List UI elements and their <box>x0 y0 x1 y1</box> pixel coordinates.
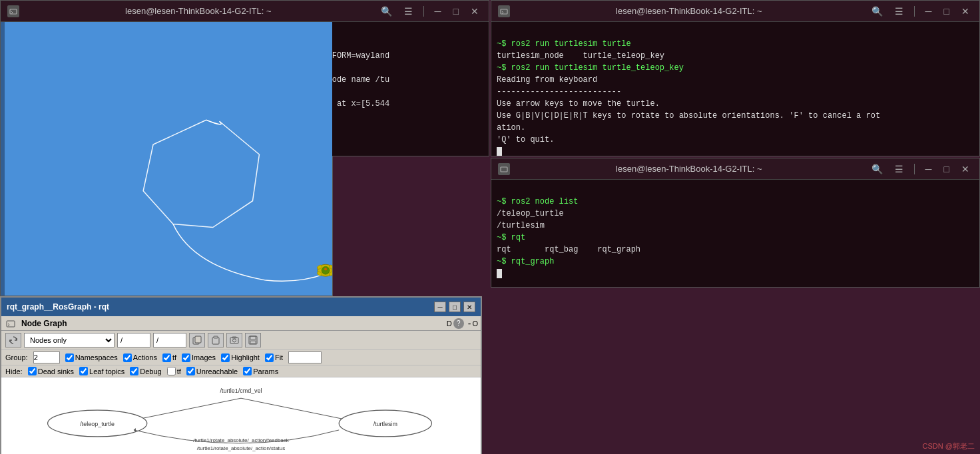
prompt-3c: ~$ rqt_graph <box>497 257 554 266</box>
search-icon-2[interactable]: 🔍 <box>868 5 886 18</box>
rqt-group-input[interactable] <box>33 351 60 363</box>
term2-line5: -------------------------- <box>497 87 621 97</box>
rqt-minus-label: - <box>468 318 471 329</box>
rqt-save-btn[interactable] <box>245 333 261 347</box>
bg-stripe-left <box>1 22 5 296</box>
rqtgraph-minimize-btn[interactable]: ─ <box>434 302 446 312</box>
rqt-highlight-check-label[interactable]: Highlight <box>221 353 260 362</box>
term3-line3: /turtlesim <box>497 221 545 230</box>
rqt-menubar: Node Graph D ? - O <box>1 316 481 331</box>
turtle-path-svg <box>1 22 332 296</box>
topic-action-status-label: /turtle1/rotate_absolute/_action/status <box>197 445 285 451</box>
prompt-3a: ~$ ros2 node list <box>497 197 578 206</box>
minimize-btn-3[interactable]: ─ <box>922 162 935 176</box>
minimize-btn-1[interactable]: ─ <box>431 5 445 18</box>
rqt-fit-checkbox[interactable] <box>265 353 274 362</box>
rqt-images-checkbox[interactable] <box>182 353 190 362</box>
rqt-dead-sinks-checkbox[interactable] <box>28 367 37 375</box>
rqt-highlight-checkbox[interactable] <box>221 353 230 362</box>
turtlesim-window: TurtleSim ─ ✕ <box>0 0 333 296</box>
search-icon-1[interactable]: 🔍 <box>377 5 395 18</box>
maximize-btn-1[interactable]: □ <box>450 5 462 18</box>
rqt-options-row-2: Hide: Dead sinks Leaf topics Debug tf Un… <box>1 365 481 377</box>
rqt-copy-btn[interactable] <box>189 333 205 347</box>
svg-point-19 <box>233 339 236 342</box>
close-btn-1[interactable]: ✕ <box>467 5 482 18</box>
rqt-refresh-btn[interactable] <box>5 333 21 347</box>
rqt-unreachable-label-wrap[interactable]: Unreachable <box>186 367 238 375</box>
rqt-toolbar: Nodes only Nodes/Topics (all) Nodes/Topi… <box>1 331 481 350</box>
rqt-tf-check-label[interactable]: tf <box>162 353 176 362</box>
terminal-icon-3 <box>498 163 510 175</box>
term2-line9: 'Q' to quit. <box>497 135 554 144</box>
rqt-tf-label: tf <box>172 353 176 361</box>
rqt-images-label: Images <box>192 353 216 361</box>
edge-cmd-vel-start <box>134 398 241 420</box>
rqt-dead-sinks-label-wrap[interactable]: Dead sinks <box>28 367 74 375</box>
rqt-namespaces-label: Namespaces <box>75 353 118 361</box>
rqtgraph-maximize-btn[interactable]: □ <box>449 302 461 312</box>
rqt-tf2-checkbox[interactable] <box>167 367 176 375</box>
rqt-leaf-topics-label-wrap[interactable]: Leaf topics <box>79 367 124 375</box>
rqt-tf-checkbox[interactable] <box>162 353 171 362</box>
rqt-fit-input[interactable] <box>288 351 322 363</box>
cursor-2 <box>497 147 502 156</box>
rqt-tf2-label-wrap[interactable]: tf <box>167 367 181 375</box>
term2-line8: ation. <box>497 123 525 132</box>
rqt-highlight-label: Highlight <box>231 353 260 361</box>
close-btn-2[interactable]: ✕ <box>958 5 973 18</box>
terminal-3-content: ~$ ros2 node list /teleop_turtle /turtle… <box>491 180 979 287</box>
maximize-btn-3[interactable]: □ <box>941 162 953 176</box>
rqt-leaf-topics-checkbox[interactable] <box>79 367 88 375</box>
titlebar-right-2: 🔍 ☰ ─ □ ✕ <box>868 5 973 18</box>
rqt-namespaces-check-label[interactable]: Namespaces <box>65 353 118 362</box>
search-icon-3[interactable]: 🔍 <box>868 162 886 176</box>
rqt-help-icon[interactable]: ? <box>453 318 464 329</box>
minimize-btn-2[interactable]: ─ <box>922 5 935 18</box>
terminal-icon-1 <box>7 5 19 17</box>
watermark: CSDN @郭老二 <box>923 441 975 451</box>
rqt-right-icons: D ? - O <box>447 318 478 329</box>
rqt-leaf-topics-label: Leaf topics <box>89 367 124 375</box>
terminal-icon-2 <box>498 5 510 17</box>
terminal-1-title: lesen@lesen-ThinkBook-14-G2-ITL: ~ <box>19 6 377 16</box>
menu-icon-3[interactable]: ☰ <box>891 162 907 176</box>
rqt-actions-label: Actions <box>133 353 157 361</box>
term3-line2: /teleop_turtle <box>497 209 564 218</box>
rqt-dead-sinks-label: Dead sinks <box>38 367 74 375</box>
rqtgraph-window[interactable]: rqt_graph__RosGraph - rqt ─ □ ✕ Node Gra… <box>0 296 482 454</box>
svg-rect-0 <box>10 9 17 14</box>
rqt-graph-canvas: /turtle1/cmd_vel /teleop_turtle /turtles… <box>1 377 481 454</box>
terminal-2[interactable]: lesen@lesen-ThinkBook-14-G2-ITL: ~ 🔍 ☰ ─… <box>491 0 980 156</box>
rqt-dropdown[interactable]: Nodes only Nodes/Topics (all) Nodes/Topi… <box>24 333 115 347</box>
rqt-menu-icon[interactable] <box>4 318 17 330</box>
node-turtlesim-label: /turtlesim <box>373 421 397 427</box>
svg-rect-16 <box>212 338 219 344</box>
rqt-debug-checkbox[interactable] <box>130 367 138 375</box>
rqt-filter-input-2[interactable] <box>153 333 186 347</box>
terminal-3-titlebar: lesen@lesen-ThinkBook-14-G2-ITL: ~ 🔍 ☰ ─… <box>491 158 979 180</box>
rqtgraph-close-btn[interactable]: ✕ <box>463 302 475 312</box>
menu-icon-1[interactable]: ☰ <box>401 5 416 18</box>
rqt-paste-btn[interactable] <box>208 333 224 347</box>
rqt-params-label-wrap[interactable]: Params <box>243 367 278 375</box>
rqt-params-checkbox[interactable] <box>243 367 252 375</box>
rqt-filter-input-1[interactable] <box>117 333 150 347</box>
sep-3 <box>914 164 915 174</box>
terminal-3[interactable]: lesen@lesen-ThinkBook-14-G2-ITL: ~ 🔍 ☰ ─… <box>491 158 980 288</box>
prompt-2b: ~$ ros2 run turtlesim turtle_teleop_key <box>497 63 684 73</box>
rqt-actions-check-label[interactable]: Actions <box>123 353 157 362</box>
close-btn-3[interactable]: ✕ <box>958 162 973 176</box>
maximize-btn-2[interactable]: □ <box>941 5 953 18</box>
rqt-fit-check-label[interactable]: Fit <box>265 353 283 362</box>
rqt-actions-checkbox[interactable] <box>123 353 132 362</box>
rqt-screenshot-btn[interactable] <box>226 333 242 347</box>
menu-icon-2[interactable]: ☰ <box>891 5 907 18</box>
rqt-unreachable-checkbox[interactable] <box>186 367 195 375</box>
rqt-images-check-label[interactable]: Images <box>182 353 216 362</box>
svg-rect-12 <box>501 167 507 172</box>
rqtgraph-titlebar-btns: ─ □ ✕ <box>434 302 475 312</box>
rqt-namespaces-checkbox[interactable] <box>65 353 74 362</box>
term3-line5: rqt rqt_bag rqt_graph <box>497 245 640 254</box>
rqt-debug-label-wrap[interactable]: Debug <box>130 367 161 375</box>
